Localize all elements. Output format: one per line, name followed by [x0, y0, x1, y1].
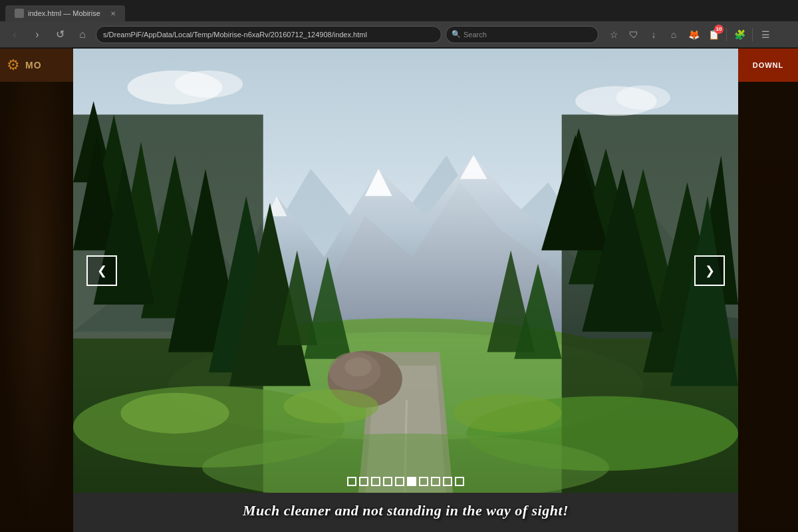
indicator-3[interactable]: [371, 477, 380, 486]
address-text: s/DreamPiF/AppData/Local/Temp/Mobirise-n…: [103, 31, 434, 39]
extensions-button[interactable]: 🧩: [731, 26, 748, 43]
tab-label: index.html — Mobirise: [28, 9, 100, 17]
slideshow: ❮ ❯ Much cl: [73, 49, 738, 532]
left-panel-background: [0, 82, 73, 532]
tab-bar: index.html — Mobirise ✕: [0, 0, 798, 21]
landscape-scene-svg: [73, 49, 738, 493]
toolbar-right: ☆ 🛡 ↓ ⌂ 🦊 📋 10 🧩 ☰: [605, 26, 774, 43]
bookmark-button[interactable]: ☆: [605, 26, 622, 43]
indicator-10[interactable]: [455, 477, 464, 486]
tab-favicon: [15, 9, 24, 18]
indicator-9[interactable]: [443, 477, 452, 486]
svg-point-42: [120, 393, 229, 434]
slide-image: ❮ ❯: [73, 49, 738, 493]
toolbar-separator: [726, 28, 727, 41]
search-input[interactable]: Search: [464, 31, 487, 39]
browser-tab[interactable]: index.html — Mobirise ✕: [5, 5, 125, 21]
svg-point-48: [616, 85, 670, 110]
svg-point-43: [283, 390, 378, 424]
left-panel: ⚙ MO: [0, 49, 73, 532]
indicator-5[interactable]: [395, 477, 404, 486]
slide-caption: Much cleaner and not standing in the way…: [73, 502, 738, 519]
app-gear-icon: ⚙: [7, 57, 20, 74]
slide-indicators: [347, 477, 464, 486]
indicator-4[interactable]: [383, 477, 392, 486]
indicator-7[interactable]: [419, 477, 428, 486]
caption-text: Much cleaner and not standing in the way…: [243, 502, 569, 519]
indicator-8[interactable]: [431, 477, 440, 486]
carousel-next-button[interactable]: ❯: [694, 255, 725, 286]
notification-badge: 10: [714, 25, 724, 34]
svg-point-38: [344, 358, 372, 377]
app-title: MO: [25, 60, 42, 70]
menu-button[interactable]: ☰: [757, 26, 774, 43]
app-header: ⚙ MO: [0, 49, 73, 82]
firefox-icon-button[interactable]: 🦊: [685, 26, 702, 43]
carousel-prev-button[interactable]: ❮: [86, 255, 117, 286]
reload-button[interactable]: ↺: [51, 25, 69, 44]
main-content: ❮ ❯ Much cl: [73, 49, 738, 532]
address-bar[interactable]: s/DreamPiF/AppData/Local/Temp/Mobirise-n…: [96, 26, 442, 43]
svg-point-46: [175, 70, 243, 98]
toolbar-separator-2: [752, 28, 753, 41]
browser-chrome: index.html — Mobirise ✕ ‹ › ↺ ⌂ s/DreamP…: [0, 0, 798, 49]
tab-close-button[interactable]: ✕: [110, 10, 116, 17]
indicator-6[interactable]: [407, 477, 416, 486]
download-button[interactable]: ↓: [645, 26, 662, 43]
home-icon-button[interactable]: ⌂: [665, 26, 682, 43]
download-button[interactable]: DOWNL: [738, 49, 798, 82]
back-button[interactable]: ‹: [5, 25, 24, 44]
browser-toolbar: ‹ › ↺ ⌂ s/DreamPiF/AppData/Local/Temp/Mo…: [0, 21, 798, 48]
shield-button[interactable]: 🛡: [625, 26, 642, 43]
forward-button[interactable]: ›: [28, 25, 47, 44]
app-content: ⚙ MO: [0, 49, 798, 532]
notification-button[interactable]: 📋 10: [705, 26, 722, 43]
indicator-2[interactable]: [359, 477, 368, 486]
indicator-1[interactable]: [347, 477, 356, 486]
prev-icon: ❮: [97, 263, 107, 278]
right-panel: DOWNL: [738, 49, 798, 532]
search-icon: 🔍: [452, 30, 461, 39]
home-button[interactable]: ⌂: [73, 25, 92, 44]
right-panel-background: [738, 82, 798, 532]
search-bar[interactable]: 🔍 Search: [446, 26, 598, 43]
svg-point-44: [453, 394, 561, 432]
next-icon: ❯: [705, 263, 715, 278]
